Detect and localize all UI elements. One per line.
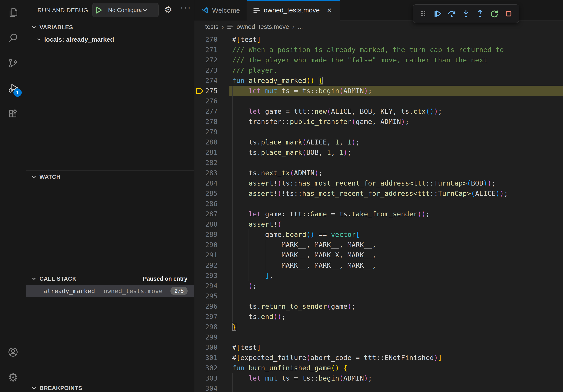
- gutter[interactable]: 292: [194, 260, 232, 270]
- gutter[interactable]: 279: [194, 127, 232, 137]
- code-line[interactable]: 282: [194, 157, 563, 168]
- gutter[interactable]: 294: [194, 281, 232, 291]
- section-call-stack[interactable]: CALL STACK Paused on entry: [26, 273, 194, 284]
- gutter[interactable]: 295: [194, 291, 232, 301]
- gutter[interactable]: 299: [194, 332, 232, 342]
- section-variables[interactable]: VARIABLES: [26, 22, 194, 33]
- section-breakpoints[interactable]: BREAKPOINTS: [26, 382, 194, 392]
- account-icon[interactable]: [0, 340, 26, 365]
- gutter[interactable]: 296: [194, 301, 232, 312]
- continue-button[interactable]: [430, 7, 445, 21]
- stop-button[interactable]: [501, 7, 516, 21]
- gutter[interactable]: 286: [194, 198, 232, 209]
- run-and-debug-icon[interactable]: 1: [0, 76, 26, 101]
- call-stack-frame[interactable]: already_marked owned_tests.move 275: [26, 285, 194, 297]
- code-line[interactable]: 273/// player.: [194, 65, 563, 75]
- gutter[interactable]: 270: [194, 34, 232, 45]
- code-line[interactable]: 293 ],: [194, 270, 563, 281]
- restart-button[interactable]: [487, 7, 501, 21]
- code-line[interactable]: 285 assert!(!ts::has_most_recent_for_add…: [194, 188, 563, 198]
- code-line[interactable]: 296 ts.return_to_sender(game);: [194, 301, 563, 312]
- code-line[interactable]: 300#[test]: [194, 342, 563, 353]
- code-line[interactable]: 281 ts.place_mark(BOB, 1, 1);: [194, 147, 563, 157]
- code-line[interactable]: 283 ts.next_tx(ADMIN);: [194, 168, 563, 178]
- code-line[interactable]: 286: [194, 198, 563, 209]
- gutter[interactable]: 300: [194, 342, 232, 353]
- code-editor[interactable]: 270#[test]271/// When a position is alre…: [194, 33, 563, 392]
- gutter[interactable]: 271: [194, 45, 232, 55]
- gutter[interactable]: 291: [194, 250, 232, 260]
- code-line[interactable]: 295: [194, 291, 563, 301]
- code-line[interactable]: 292 MARK__, MARK__, MARK__,: [194, 260, 563, 270]
- gutter[interactable]: 284: [194, 178, 232, 188]
- more-actions-icon[interactable]: ···: [180, 2, 191, 13]
- code-line[interactable]: 294 );: [194, 281, 563, 291]
- code-line[interactable]: 278 transfer::public_transfer(game, ADMI…: [194, 117, 563, 127]
- debug-gear-icon[interactable]: ⚙: [164, 4, 172, 15]
- code-line[interactable]: 297 ts.end();: [194, 312, 563, 322]
- code-line[interactable]: 302fun burn_unfinished_game() {: [194, 363, 563, 373]
- gutter[interactable]: 278: [194, 117, 232, 127]
- gutter[interactable]: 293: [194, 270, 232, 281]
- gutter[interactable]: 282: [194, 157, 232, 168]
- tab-owned-tests-move[interactable]: owned_tests.move ✕: [247, 0, 340, 21]
- search-icon[interactable]: [0, 25, 26, 51]
- code-line[interactable]: 280 ts.place_mark(ALICE, 1, 1);: [194, 137, 563, 147]
- code-line[interactable]: 290 MARK__, MARK__, MARK__,: [194, 240, 563, 250]
- code-line[interactable]: 298}: [194, 322, 563, 332]
- settings-gear-icon[interactable]: ⚙: [0, 365, 26, 390]
- step-over-button[interactable]: [445, 7, 459, 21]
- code-line[interactable]: 271/// When a position is already marked…: [194, 45, 563, 55]
- code-line[interactable]: 279: [194, 127, 563, 137]
- code-line[interactable]: 274fun already_marked() {: [194, 75, 563, 86]
- code-line[interactable]: 277 let game = ttt::new(ALICE, BOB, KEY,…: [194, 106, 563, 117]
- code-line[interactable]: 291 MARK__, MARK_X, MARK__,: [194, 250, 563, 260]
- gutter[interactable]: 289: [194, 229, 232, 240]
- code-line[interactable]: 270#[test]: [194, 34, 563, 45]
- gutter[interactable]: 272: [194, 55, 232, 65]
- gutter[interactable]: 280: [194, 137, 232, 147]
- gutter[interactable]: 274: [194, 75, 232, 86]
- step-out-button[interactable]: [473, 7, 487, 21]
- explorer-icon[interactable]: [0, 0, 26, 25]
- code-line[interactable]: 288 assert!(: [194, 219, 563, 229]
- gutter[interactable]: 273: [194, 65, 232, 75]
- start-debug-icon[interactable]: [96, 6, 102, 14]
- gutter[interactable]: 302: [194, 363, 232, 373]
- gutter[interactable]: 298: [194, 322, 232, 332]
- gutter[interactable]: 287: [194, 209, 232, 219]
- breadcrumb-item-file[interactable]: owned_tests.move: [237, 23, 289, 30]
- code-line[interactable]: 276: [194, 96, 563, 106]
- tab-welcome[interactable]: Welcome: [194, 0, 247, 21]
- gutter[interactable]: 283: [194, 168, 232, 178]
- gutter[interactable]: 288: [194, 219, 232, 229]
- gutter[interactable]: 290: [194, 240, 232, 250]
- step-into-button[interactable]: [459, 7, 473, 21]
- toolbar-drag-handle[interactable]: [416, 7, 430, 21]
- section-watch[interactable]: WATCH: [26, 171, 194, 182]
- breadcrumb-item-tests[interactable]: tests: [205, 23, 218, 30]
- gutter[interactable]: 285: [194, 188, 232, 198]
- variables-locals-row[interactable]: locals: already_marked: [26, 34, 194, 45]
- gutter[interactable]: 276: [194, 96, 232, 106]
- gutter[interactable]: 277: [194, 106, 232, 117]
- extensions-icon[interactable]: [0, 101, 26, 126]
- gutter[interactable]: 297: [194, 312, 232, 322]
- close-tab-icon[interactable]: ✕: [326, 6, 333, 14]
- debug-config-dropdown[interactable]: No Configura: [92, 3, 159, 17]
- gutter[interactable]: 303: [194, 373, 232, 383]
- source-control-icon[interactable]: [0, 51, 26, 76]
- code-line[interactable]: 284 assert!(ts::has_most_recent_for_addr…: [194, 178, 563, 188]
- code-line[interactable]: 299: [194, 332, 563, 342]
- code-line[interactable]: 272/// the player who made the "false" m…: [194, 55, 563, 65]
- code-line[interactable]: 303 let mut ts = ts::begin(ADMIN);: [194, 373, 563, 383]
- code-line[interactable]: 304: [194, 383, 563, 392]
- code-line[interactable]: 301#[expected_failure(abort_code = ttt::…: [194, 353, 563, 363]
- gutter[interactable]: 301: [194, 353, 232, 363]
- gutter[interactable]: 304: [194, 383, 232, 392]
- code-line[interactable]: 287 let game: ttt::Game = ts.take_from_s…: [194, 209, 563, 219]
- code-line[interactable]: 289 game.board() == vector[: [194, 229, 563, 240]
- breadcrumb-item-symbol[interactable]: ...: [298, 23, 303, 30]
- gutter[interactable]: 281: [194, 147, 232, 157]
- gutter[interactable]: 275: [194, 86, 232, 96]
